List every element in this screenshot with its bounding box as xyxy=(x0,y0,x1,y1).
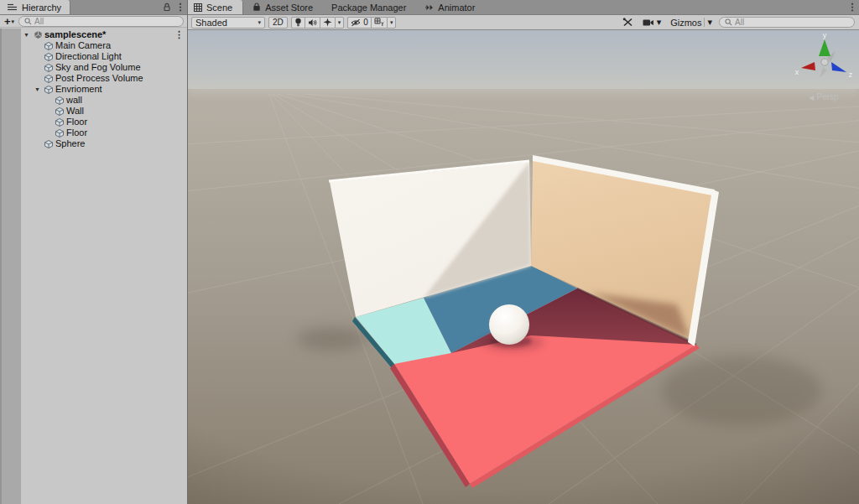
scene-lighting-toggle[interactable] xyxy=(291,17,305,29)
search-icon xyxy=(725,18,732,26)
scene-grid-icon xyxy=(194,3,202,12)
hierarchy-row[interactable]: ▼ Sphere ⋮ xyxy=(0,138,187,149)
hierarchy-row[interactable]: ▼ wall ⋮ xyxy=(0,95,187,106)
viewport-vignette xyxy=(188,30,859,504)
effects-dropdown[interactable]: ▾ xyxy=(335,17,345,29)
hierarchy-row[interactable]: ▼ Post Process Volume ⋮ xyxy=(0,73,187,84)
chevron-down-icon: ▾ xyxy=(12,18,15,24)
scene-panel: Scene Asset Store Package Manager Animat… xyxy=(188,0,859,504)
gizmo-hub[interactable] xyxy=(821,59,828,65)
hierarchy-tree: ▼ samplescene* ⋮ ▼ Main Camera ⋮ ▼ Direc… xyxy=(0,29,187,504)
hierarchy-row[interactable]: ▼ Wall ⋮ xyxy=(0,106,187,117)
gameobject-cube-icon xyxy=(44,85,54,95)
tab-scene[interactable]: Scene xyxy=(188,0,243,14)
scene-kebab-menu-icon[interactable]: ⋮ xyxy=(846,0,859,14)
expand-arrow-icon[interactable]: ▼ xyxy=(33,86,42,92)
animator-icon xyxy=(424,3,434,12)
scene-tools-button[interactable] xyxy=(620,16,636,29)
create-object-button[interactable]: +▾ xyxy=(4,16,14,27)
package-manager-tab-label: Package Manager xyxy=(331,3,406,13)
chevron-down-icon: ▾ xyxy=(707,17,712,28)
axis-y-label: y xyxy=(823,31,827,39)
hierarchy-row[interactable]: ▼ Floor ⋮ xyxy=(0,117,187,127)
tab-package-manager[interactable]: Package Manager xyxy=(322,0,415,14)
scene-search-input[interactable] xyxy=(735,18,849,27)
gizmos-dropdown[interactable]: Gizmos ▾ xyxy=(668,16,715,29)
hierarchy-toolbar: +▾ xyxy=(0,15,187,28)
2d-label: 2D xyxy=(273,18,284,27)
tab-asset-store[interactable]: Asset Store xyxy=(243,0,322,14)
hierarchy-row[interactable]: ▼ Main Camera ⋮ xyxy=(0,40,187,51)
scene-audio-toggle[interactable] xyxy=(305,17,320,29)
hierarchy-item-label: Wall xyxy=(66,106,84,117)
hierarchy-panel: Hierarchy ⋮ +▾ ▼ samplescen xyxy=(0,0,187,504)
item-kebab-menu-icon[interactable]: ⋮ xyxy=(174,29,184,40)
axis-z-label: z xyxy=(849,70,853,79)
tab-hierarchy[interactable]: Hierarchy xyxy=(0,0,70,14)
chevron-down-icon: ▾ xyxy=(338,19,341,26)
camera-icon xyxy=(643,18,654,27)
gameobject-cube-icon xyxy=(55,96,65,106)
panel-kebab-menu-icon[interactable]: ⋮ xyxy=(174,0,187,14)
grid-visibility-toggle[interactable] xyxy=(371,17,387,29)
hierarchy-row[interactable]: ▼ Floor ⋮ xyxy=(0,127,187,138)
hierarchy-item-label: Main Camera xyxy=(55,40,111,51)
lock-icon[interactable] xyxy=(160,0,174,14)
scene-visibility-toggle[interactable]: 0 xyxy=(347,17,371,29)
hierarchy-row[interactable]: ▼ Sky and Fog Volume ⋮ xyxy=(0,62,187,73)
animator-tab-label: Animator xyxy=(438,3,475,13)
search-icon xyxy=(24,18,32,25)
hidden-object-count: 0 xyxy=(363,18,368,27)
2d-toggle-button[interactable]: 2D xyxy=(268,17,288,29)
chevron-down-icon: ▾ xyxy=(657,17,662,28)
eye-hidden-icon xyxy=(351,18,361,27)
scene-tab-label: Scene xyxy=(206,3,232,13)
hierarchy-item-label: samplescene* xyxy=(44,29,106,40)
lightbulb-icon xyxy=(294,18,302,28)
gameobject-cube-icon xyxy=(55,107,65,117)
gizmos-label: Gizmos xyxy=(670,18,701,28)
panel-divider[interactable] xyxy=(187,0,188,504)
gameobject-cube-icon xyxy=(55,128,65,138)
chevron-down-icon: ▾ xyxy=(258,19,261,26)
hierarchy-item-label: Directional Light xyxy=(55,51,122,62)
tab-animator[interactable]: Animator xyxy=(415,0,484,14)
scene-effects-toggle[interactable] xyxy=(320,17,335,29)
asset-store-bag-icon xyxy=(252,3,261,12)
grid-axis-icon xyxy=(374,18,384,27)
draw-mode-label: Shaded xyxy=(195,18,227,28)
asset-store-tab-label: Asset Store xyxy=(265,3,313,13)
grid-dropdown[interactable]: ▾ xyxy=(387,17,397,29)
hierarchy-item-label: Sky and Fog Volume xyxy=(55,62,141,73)
scene-camera-settings[interactable]: ▾ xyxy=(640,16,664,29)
gameobject-cube-icon xyxy=(55,117,65,127)
hierarchy-item-label: Floor xyxy=(66,117,87,127)
hierarchy-item-label: Post Process Volume xyxy=(55,73,143,84)
hierarchy-item-label: Sphere xyxy=(55,138,85,149)
projection-mode-label[interactable]: ◀Persp xyxy=(809,92,839,101)
hierarchy-search-field[interactable] xyxy=(18,16,184,27)
hierarchy-item-label: wall xyxy=(66,95,82,106)
gameobject-cube-icon xyxy=(44,63,54,73)
wrench-tools-icon xyxy=(622,17,633,28)
effects-sparkle-icon xyxy=(323,18,332,27)
plus-icon: + xyxy=(4,16,11,27)
speaker-icon xyxy=(308,18,317,27)
hierarchy-row[interactable]: ▼ Directional Light ⋮ xyxy=(0,51,187,62)
hierarchy-row[interactable]: ▼ Envrioment ⋮ xyxy=(0,84,187,95)
gameobject-cube-icon xyxy=(44,52,54,62)
gameobject-cube-icon xyxy=(44,41,54,51)
scene-viewport[interactable]: y x z ◀Persp xyxy=(188,30,859,504)
axis-x-label: x xyxy=(795,68,799,76)
draw-mode-dropdown[interactable]: Shaded ▾ xyxy=(191,17,265,29)
panel-menu-icon[interactable] xyxy=(5,3,18,11)
hierarchy-tab-strip: Hierarchy ⋮ xyxy=(0,0,187,15)
hierarchy-row[interactable]: ▼ samplescene* ⋮ xyxy=(0,29,187,40)
gameobject-cube-icon xyxy=(44,139,54,149)
chevron-down-icon: ▾ xyxy=(390,19,393,26)
expand-arrow-icon[interactable]: ▼ xyxy=(22,32,31,38)
scene-search-field[interactable] xyxy=(719,17,855,28)
hierarchy-search-input[interactable] xyxy=(34,17,178,26)
scene-tab-strip: Scene Asset Store Package Manager Animat… xyxy=(188,0,859,15)
unity-scene-icon xyxy=(33,30,43,40)
